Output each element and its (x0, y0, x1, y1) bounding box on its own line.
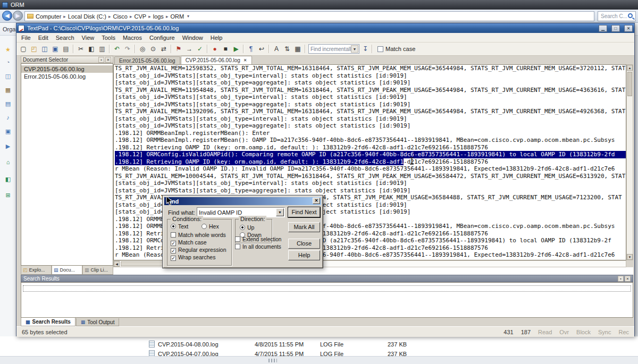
breadcrumb-item-local-disk-c[interactable]: Local Disk (C:) (68, 13, 106, 20)
save-all-icon[interactable]: ▣ (51, 44, 60, 54)
libraries-icon[interactable]: ▦ (4, 86, 12, 94)
record-macro-icon[interactable]: ● (210, 44, 220, 54)
log-line[interactable]: .198.12] ORMMBeanImpl.registerMBean(): E… (115, 130, 626, 137)
jump-to-found-icon[interactable]: ↧ (360, 44, 370, 54)
menu-window[interactable]: Window (179, 33, 207, 42)
redo-icon[interactable]: ↷ (123, 44, 132, 54)
log-line[interactable]: [stats_obj_id=JVMStats][stats_obj_type=a… (115, 122, 626, 130)
cut-icon[interactable]: ✂ (76, 44, 86, 54)
log-line[interactable]: [stats_obj_id=JVMStats][stats_obj_type=a… (115, 101, 626, 108)
checkbox-in-all-documents[interactable]: In all documents (235, 243, 287, 251)
documents-icon[interactable]: ▤ (4, 100, 12, 107)
breadcrumb-item-cisco[interactable]: Cisco (113, 13, 128, 20)
uppercase-icon[interactable]: A (272, 44, 281, 54)
checkbox-extend-selection[interactable]: Extend selection (235, 236, 287, 243)
play-macro-icon[interactable]: ▶ (231, 44, 241, 54)
radio-hex[interactable]: Hex (198, 223, 229, 230)
forward-icon[interactable]: ▶ (13, 11, 23, 21)
new-document-icon[interactable]: ▢ (19, 44, 28, 54)
textpad-titlebar[interactable]: TextPad - C:\Cisco\CVP\logs\ORM\CVP.2015… (16, 23, 634, 33)
checkbox-match-whole-words[interactable]: Match whole words (167, 231, 231, 239)
menu-configure[interactable]: Configure (146, 33, 179, 42)
log-line[interactable]: [stats_obj_id=JVMStats][stats_obj_type=i… (115, 115, 626, 123)
pin-icon[interactable]: ▪ (98, 57, 104, 63)
computer-icon[interactable]: ◧ (4, 175, 12, 183)
breadcrumb-item-logs[interactable]: logs (153, 13, 164, 20)
find-dialog-titlebar[interactable]: Find ✕ (164, 197, 321, 205)
scroll-down-icon[interactable]: ▼ (627, 254, 633, 260)
log-line[interactable]: r MBean (Reason: Invalid OAMP ID.): Inva… (115, 165, 626, 173)
close-icon[interactable]: ✕ (624, 25, 633, 32)
paste-icon[interactable]: ▥ (97, 44, 107, 54)
chevron-down-icon[interactable]: ▼ (276, 208, 284, 216)
open-icon[interactable]: ◰ (29, 44, 39, 54)
documents-tab[interactable]: ▤Docu... (52, 266, 82, 275)
find-icon[interactable]: ◎ (138, 44, 147, 54)
maximize-icon[interactable]: □ (611, 25, 620, 32)
recent-places-icon[interactable]: ◔ (4, 58, 12, 66)
checkbox-regular-expression[interactable]: Regular expression (167, 246, 231, 253)
close-tab-icon[interactable]: ✕ (244, 58, 247, 63)
log-line[interactable]: .198.12] Retrieving OAMP ID (key: orm.oa… (115, 158, 626, 166)
scrollbar-thumb[interactable] (627, 72, 632, 96)
log-line[interactable]: .198.12] ORMMBeanImpl.registerMBean(): O… (115, 137, 626, 144)
replace-icon[interactable]: ⇄ (159, 44, 169, 54)
spell-check-icon[interactable]: ✓ (195, 44, 205, 54)
undo-icon[interactable]: ↶ (112, 44, 122, 54)
menu-edit[interactable]: Edit (35, 33, 52, 42)
breadcrumb-item-orm[interactable]: ORM (170, 13, 184, 20)
radio-text[interactable]: Text (167, 223, 198, 230)
music-icon[interactable]: ♪ (4, 114, 12, 121)
chevron-down-icon[interactable]: ▾ (187, 14, 189, 19)
document-selector-item[interactable]: Error.2015-05-06.00.log (21, 73, 113, 80)
file-row[interactable]: CVP.2015-04-08.00.log4/8/2015 11:55 PMLO… (149, 340, 419, 349)
close-icon[interactable]: ✕ (105, 57, 111, 63)
find-incrementally-input[interactable]: Find incrementally ▼ (308, 44, 359, 54)
videos-icon[interactable]: ▶ (4, 142, 12, 150)
close-icon[interactable]: ✕ (625, 276, 631, 282)
search-input[interactable]: Search C... (598, 11, 636, 21)
close-button[interactable]: Close (288, 239, 320, 249)
breadcrumb-item-computer[interactable]: Computer (36, 13, 61, 20)
back-icon[interactable]: ◀ (2, 11, 12, 21)
pin-icon[interactable]: ▪ (618, 276, 624, 282)
explorer-tab[interactable]: ◰Explo... (21, 266, 52, 275)
bookmark-icon[interactable]: ⚑ (174, 44, 183, 54)
log-line[interactable]: TS_RT_JVM_AVAIL_MEM=12598352, STATS_RT_J… (115, 65, 626, 72)
stop-macro-icon[interactable]: ■ (221, 44, 230, 54)
pictures-icon[interactable]: ▣ (4, 128, 12, 135)
tab-tool-output[interactable]: ▦Tool Output (76, 318, 120, 326)
menu-tools[interactable]: Tools (98, 33, 119, 42)
log-line[interactable]: .198.12] Retrieving OAMP ID (key: orm.oa… (115, 144, 626, 151)
log-line[interactable]: [stats_obj_id=JVMStats][stats_obj_type=i… (115, 72, 626, 80)
chevron-down-icon[interactable]: ▼ (351, 45, 358, 53)
log-line[interactable]: [stats_obj_id=JVMStats][stats_obj_type=a… (115, 187, 626, 194)
menu-file[interactable]: File (18, 33, 35, 42)
word-wrap-icon[interactable]: ↩ (257, 44, 266, 54)
save-icon[interactable]: ◫ (40, 44, 49, 54)
radio-up[interactable]: Up (237, 224, 272, 231)
log-line[interactable]: TS_RT_JVM_AVAIL_MEM=11954848, STATS_RT_J… (115, 87, 626, 94)
copy-icon[interactable]: ◧ (87, 44, 96, 54)
match-case-checkbox[interactable] (377, 46, 383, 52)
scroll-up-icon[interactable]: ▲ (627, 65, 633, 71)
network-icon[interactable]: ⊞ (4, 191, 12, 199)
document-selector-item[interactable]: CVP.2015-05-06.00.log (21, 65, 113, 73)
tab-search-results[interactable]: ▦Search Results (21, 318, 75, 326)
menu-help[interactable]: Help (207, 33, 226, 42)
breadcrumb[interactable]: Computer▸Local Disk (C:)▸Cisco▸CVP▸logs▸… (24, 11, 594, 21)
help-button[interactable]: Help (288, 250, 320, 260)
log-line[interactable]: [stats_obj_id=JVMStats][stats_obj_type=i… (115, 94, 626, 101)
log-line[interactable]: [stats_obj_id=JVMStats][stats_obj_type=i… (115, 180, 626, 187)
show-whitespace-icon[interactable]: ¶ (246, 44, 256, 54)
search-results-panel[interactable] (21, 282, 633, 318)
print-icon[interactable]: ▤ (61, 44, 71, 54)
find-next-button[interactable]: Find Next (288, 207, 320, 217)
log-line[interactable]: TS_RT_JVM_AVAIL_MEM=11392096, STATS_RT_J… (115, 108, 626, 115)
minimize-icon[interactable]: ▁ (599, 25, 607, 32)
clip-library-tab[interactable]: ▥Clip Li... (82, 266, 113, 275)
close-icon[interactable]: ✕ (313, 198, 320, 204)
checkbox-wrap-searches[interactable]: Wrap searches (167, 253, 231, 261)
editor-tab-error-2015-05-06-00-log[interactable]: Error.2015-05-06.00.log (114, 56, 180, 64)
log-line[interactable]: [stats_obj_id=JVMStats][stats_obj_type=a… (115, 79, 626, 87)
